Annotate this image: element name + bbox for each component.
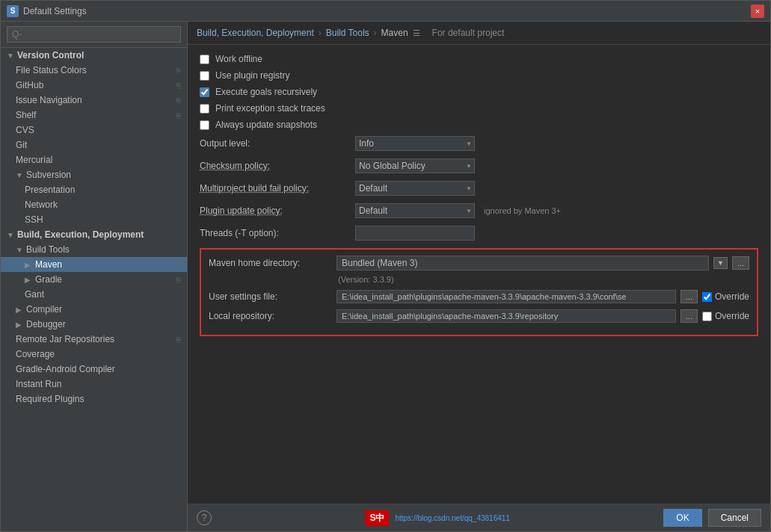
maven-version: (Version: 3.3.9)	[209, 275, 749, 284]
window-title: Default Settings	[23, 6, 87, 16]
maven-home-label: Maven home directory:	[209, 258, 332, 268]
breadcrumb-item-2[interactable]: Build Tools	[326, 28, 369, 38]
maven-home-dots-button[interactable]: ...	[732, 256, 749, 270]
sidebar-item-required-plugins[interactable]: Required Plugins	[1, 392, 187, 406]
sidebar-item-gradle-android-compiler[interactable]: Gradle-Android Compiler	[1, 362, 187, 377]
sidebar-item-subversion[interactable]: ▼ Subversion	[1, 167, 187, 182]
sidebar-item-compiler[interactable]: ▶ Compiler	[1, 302, 187, 317]
url-hint: https://blog.csdn.net/qq_43816411	[395, 514, 509, 522]
multiproject-build-select[interactable]: Default	[355, 181, 475, 196]
item-label: File Status Colors	[16, 65, 87, 75]
search-input[interactable]	[7, 26, 181, 43]
checksum-policy-row: Checksum policy: No Global Policy	[200, 158, 758, 173]
title-bar: S Default Settings ×	[1, 1, 770, 22]
copy-icon: ⎘	[176, 335, 181, 344]
sidebar-item-gant[interactable]: Gant	[1, 287, 187, 302]
maven-home-input[interactable]	[337, 256, 709, 270]
section-label: Version Control	[17, 50, 84, 61]
sidebar-item-version-control[interactable]: ▼ Version Control	[1, 48, 187, 63]
plugin-update-row: Plugin update policy: Default ignored by…	[200, 203, 758, 218]
expand-icon: ▶	[16, 321, 23, 329]
sidebar-item-gradle[interactable]: ▶ Gradle ⎘	[1, 272, 187, 287]
threads-input[interactable]	[355, 226, 475, 241]
bottom-bar: ? S中 https://blog.csdn.net/qq_43816411 O…	[188, 504, 770, 531]
plugin-update-note: ignored by Maven 3+	[484, 206, 561, 215]
sidebar-item-issue-navigation[interactable]: Issue Navigation ⎘	[1, 93, 187, 108]
ok-button[interactable]: OK	[663, 509, 701, 527]
sidebar-item-build-execution-deployment[interactable]: ▼ Build, Execution, Deployment	[1, 227, 187, 242]
section-label: Build, Execution, Deployment	[17, 229, 144, 240]
settings-panel: Work offline Use plugin registry Execute…	[188, 45, 770, 504]
item-label: Presentation	[25, 185, 75, 195]
checkbox-print-exception: Print exception stack traces	[200, 103, 758, 114]
plugin-update-select[interactable]: Default	[355, 203, 475, 218]
expand-icon: ▶	[25, 261, 32, 269]
user-settings-input[interactable]	[337, 290, 676, 303]
sidebar-item-instant-run[interactable]: Instant Run	[1, 377, 187, 392]
output-level-select[interactable]: Info	[355, 136, 475, 151]
sidebar-item-file-status-colors[interactable]: File Status Colors ⎘	[1, 63, 187, 78]
title-bar-left: S Default Settings	[7, 5, 87, 17]
threads-label: Threads (-T option):	[200, 228, 349, 238]
checksum-policy-label: Checksum policy:	[200, 161, 349, 171]
close-button[interactable]: ×	[751, 4, 764, 18]
local-repo-row: Local repository: ... Override	[209, 309, 749, 323]
sidebar-item-build-tools[interactable]: ▼ Build Tools	[1, 242, 187, 257]
always-update-label: Always update snapshots	[215, 120, 317, 130]
local-repo-dots-button[interactable]: ...	[681, 309, 698, 323]
sidebar-item-github[interactable]: GitHub ⎘	[1, 78, 187, 93]
expand-icon: ▶	[25, 276, 32, 284]
checkbox-work-offline: Work offline	[200, 54, 758, 64]
work-offline-checkbox[interactable]	[200, 55, 209, 64]
item-label: GitHub	[16, 80, 43, 90]
user-settings-dots-button[interactable]: ...	[681, 290, 698, 303]
copy-icon: ⎘	[176, 96, 181, 105]
sidebar-item-network[interactable]: Network	[1, 197, 187, 212]
expand-icon: ▶	[16, 306, 23, 314]
always-update-checkbox[interactable]	[200, 120, 209, 130]
breadcrumb: Build, Execution, Deployment › Build Too…	[188, 22, 770, 45]
sidebar-item-debugger[interactable]: ▶ Debugger	[1, 317, 187, 332]
item-label: Issue Navigation	[16, 95, 82, 105]
app-icon: S	[7, 5, 19, 17]
sidebar-item-mercurial[interactable]: Mercurial	[1, 152, 187, 167]
multiproject-build-select-wrapper: Default	[355, 181, 475, 196]
breadcrumb-item-1[interactable]: Build, Execution, Deployment	[197, 28, 314, 38]
checkbox-always-update: Always update snapshots	[200, 120, 758, 130]
threads-row: Threads (-T option):	[200, 226, 758, 241]
item-label: Compiler	[26, 304, 62, 315]
user-settings-override-checkbox[interactable]	[702, 292, 712, 302]
maven-home-dropdown-button[interactable]: ▼	[713, 257, 728, 269]
plugin-update-select-wrapper: Default	[355, 203, 475, 218]
output-level-row: Output level: Info	[200, 136, 758, 151]
execute-goals-recursively-checkbox[interactable]	[200, 87, 209, 97]
item-label: Mercurial	[16, 155, 52, 165]
item-label: Git	[16, 140, 27, 150]
sidebar-item-ssh[interactable]: SSH	[1, 212, 187, 227]
multiproject-build-row: Multiproject build fail policy: Default	[200, 181, 758, 196]
breadcrumb-item-3: Maven	[381, 28, 408, 38]
work-offline-label: Work offline	[215, 54, 262, 64]
checksum-policy-select[interactable]: No Global Policy	[355, 158, 475, 173]
sidebar-item-git[interactable]: Git	[1, 137, 187, 152]
item-label: Build Tools	[26, 244, 70, 255]
use-plugin-registry-checkbox[interactable]	[200, 71, 209, 81]
checkbox-use-plugin-registry: Use plugin registry	[200, 70, 758, 81]
sidebar-item-cvs[interactable]: CVS	[1, 123, 187, 137]
local-repo-override-checkbox[interactable]	[702, 312, 712, 321]
sidebar-item-presentation[interactable]: Presentation	[1, 182, 187, 197]
print-exception-checkbox[interactable]	[200, 104, 209, 114]
cancel-button[interactable]: Cancel	[708, 509, 761, 527]
item-label: Instant Run	[16, 379, 61, 389]
checkbox-execute-goals-recursively: Execute goals recursively	[200, 87, 758, 97]
item-label: Required Plugins	[16, 394, 84, 404]
sidebar-item-maven[interactable]: ▶ Maven ⎘	[1, 257, 187, 272]
breadcrumb-note: For default project	[432, 28, 505, 38]
checksum-policy-select-wrapper: No Global Policy	[355, 158, 475, 173]
help-button[interactable]: ?	[197, 510, 212, 525]
item-label: Debugger	[26, 319, 66, 330]
sidebar-item-coverage[interactable]: Coverage	[1, 347, 187, 362]
local-repo-input[interactable]	[337, 309, 676, 323]
sidebar-item-remote-jar-repositories[interactable]: Remote Jar Repositories ⎘	[1, 332, 187, 347]
sidebar-item-shelf[interactable]: Shelf ⎘	[1, 108, 187, 123]
